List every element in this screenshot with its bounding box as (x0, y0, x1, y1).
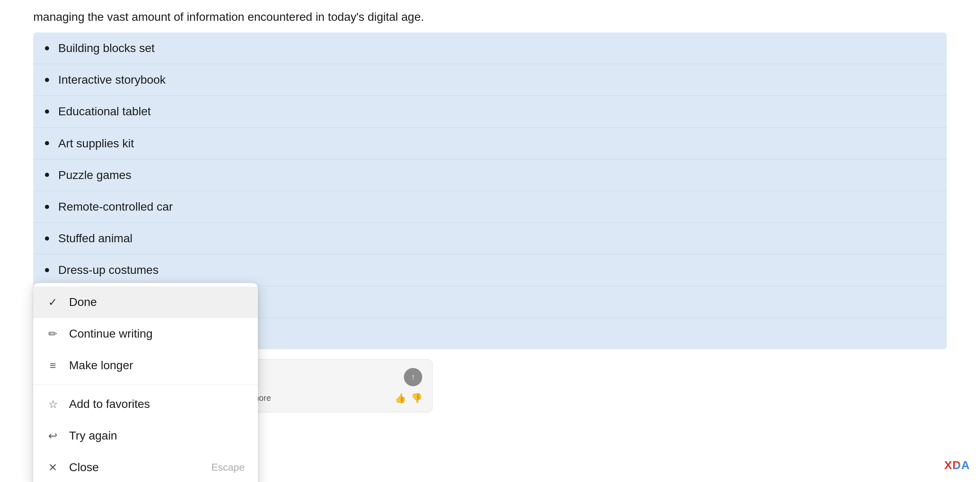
menu-item-close-label: Close (69, 461, 201, 474)
list-item: Building blocks set (33, 32, 947, 64)
thumbs-up-icon[interactable]: 👍 (395, 393, 406, 404)
menu-item-add-favorites[interactable]: ☆ Add to favorites (33, 388, 258, 420)
menu-item-continue-writing-label: Continue writing (69, 327, 245, 340)
x-icon: ✕ (47, 461, 59, 474)
list-item: Puzzle games (33, 159, 947, 191)
dropdown-menu: ✓ Done ✏ Continue writing ≡ Make longer … (33, 283, 258, 482)
list-item: Stuffed animal (33, 223, 947, 254)
bullet-icon (45, 109, 49, 114)
menu-item-try-again[interactable]: ↩ Try again (33, 420, 258, 452)
undo-icon: ↩ (47, 430, 59, 442)
menu-item-make-longer[interactable]: ≡ Make longer (33, 350, 258, 381)
star-icon: ☆ (47, 398, 59, 411)
list-item-text: Stuffed animal (58, 230, 133, 246)
bullet-icon (45, 141, 49, 145)
menu-item-done-label: Done (69, 296, 245, 309)
menu-item-continue-writing[interactable]: ✏ Continue writing (33, 318, 258, 350)
xda-watermark: XDA (944, 459, 970, 472)
list-item-text: Remote-controlled car (58, 199, 173, 215)
menu-section-bottom: ☆ Add to favorites ↩ Try again ✕ Close E… (33, 385, 258, 482)
lines-icon: ≡ (47, 359, 59, 372)
bullet-icon (45, 268, 49, 272)
bullet-icon (45, 78, 49, 82)
bullet-icon (45, 46, 49, 50)
list-item: Art supplies kit (33, 128, 947, 159)
menu-section-top: ✓ Done ✏ Continue writing ≡ Make longer (33, 283, 258, 385)
list-item: Interactive storybook (33, 64, 947, 96)
bullet-icon (45, 236, 49, 241)
list-item-text: Dress-up costumes (58, 262, 158, 278)
check-icon: ✓ (47, 296, 59, 309)
feedback-icons: 👍 👎 (395, 393, 422, 404)
bullet-icon (45, 205, 49, 209)
list-item-text: Art supplies kit (58, 135, 134, 152)
pencil-icon: ✏ (47, 328, 59, 340)
menu-item-make-longer-label: Make longer (69, 359, 245, 372)
thumbs-down-icon[interactable]: 👎 (411, 393, 422, 404)
menu-item-done[interactable]: ✓ Done (33, 286, 258, 318)
list-item-text: Interactive storybook (58, 72, 166, 88)
list-item-text: Building blocks set (58, 40, 155, 56)
list-item-text: Educational tablet (58, 103, 151, 119)
list-item: Remote-controlled car (33, 191, 947, 223)
send-button[interactable]: ↑ (404, 368, 422, 386)
list-item: Educational tablet (33, 96, 947, 127)
bullet-icon (45, 173, 49, 177)
escape-shortcut: Escape (211, 462, 245, 473)
menu-item-close[interactable]: ✕ Close Escape (33, 452, 258, 482)
menu-item-try-again-label: Try again (69, 429, 245, 442)
intro-text: managing the vast amount of information … (33, 8, 947, 26)
menu-item-add-favorites-label: Add to favorites (69, 398, 245, 411)
send-icon: ↑ (411, 372, 415, 382)
list-item-text: Puzzle games (58, 167, 131, 183)
list-item: Dress-up costumes (33, 254, 947, 286)
